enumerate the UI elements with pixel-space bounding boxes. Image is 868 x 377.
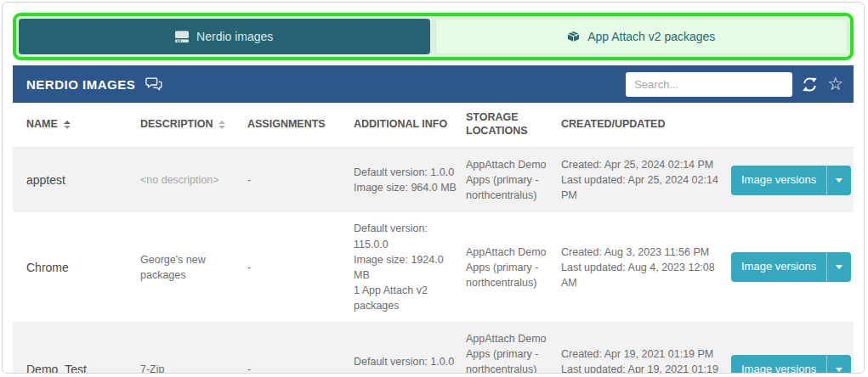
storage-locations: AppAttach Demo Apps (primary - northcent… — [466, 236, 561, 299]
image-assignments: - — [247, 251, 354, 284]
column-header-description[interactable]: DESCRIPTION — [140, 118, 247, 132]
column-header-additional-info: ADDITIONAL INFO — [354, 118, 466, 132]
image-versions-button[interactable]: Image versions — [731, 355, 851, 374]
images-icon — [175, 31, 189, 42]
star-icon[interactable]: ☆ — [827, 75, 843, 93]
table-row: Chrome George's new packages - Default v… — [13, 211, 854, 322]
tab-label: Nerdio images — [196, 30, 273, 43]
image-description: 7-Zip — [140, 353, 247, 374]
image-name: apptest — [13, 163, 140, 197]
column-header-storage-locations: STORAGE LOCATIONS — [466, 111, 561, 138]
table-row: apptest <no description> - Default versi… — [13, 148, 854, 211]
additional-info: Default version: 1.0.0 Image size: 964.0… — [354, 156, 466, 204]
image-description: <no description> — [140, 174, 218, 186]
search-box — [626, 72, 792, 97]
column-header-created-updated: CREATED/UPDATED — [561, 118, 731, 132]
column-header-name[interactable]: NAME — [13, 118, 140, 132]
sort-icon — [64, 121, 71, 129]
created-updated: Created: Apr 25, 2024 02:14 PM Last upda… — [561, 149, 731, 211]
caret-down-icon[interactable] — [826, 355, 851, 374]
search-input[interactable] — [626, 72, 792, 97]
tabs-highlight: Nerdio images App Attach v2 packages — [13, 13, 854, 60]
sort-icon — [218, 121, 225, 129]
table-header-row: NAME DESCRIPTION ASSIGNMENTS ADDITIONAL … — [13, 103, 854, 148]
package-icon — [567, 31, 580, 42]
created-updated: Created: Aug 3, 2023 11:56 PM Last updat… — [561, 236, 731, 299]
additional-info: Default version: 1.0.0 Image size: 36.0 … — [354, 346, 466, 374]
caret-down-icon[interactable] — [826, 166, 851, 195]
created-updated: Created: Apr 19, 2021 01:19 PM Last upda… — [561, 338, 731, 374]
column-header-assignments: ASSIGNMENTS — [247, 118, 354, 132]
image-versions-button[interactable]: Image versions — [731, 166, 851, 195]
tab-nerdio-images[interactable]: Nerdio images — [19, 19, 430, 54]
additional-info: Default version: 115.0.0 Image size: 192… — [354, 212, 466, 322]
storage-locations: AppAttach Demo Apps (primary - northcent… — [466, 323, 561, 374]
tab-app-attach-v2-packages[interactable]: App Attach v2 packages — [435, 19, 848, 54]
comments-icon[interactable] — [145, 77, 162, 91]
table-row: Demo_Test 7-Zip - Default version: 1.0.0… — [13, 322, 854, 374]
app-window: Nerdio images App Attach v2 packages NER… — [2, 2, 865, 374]
caret-down-icon[interactable] — [826, 252, 851, 282]
image-description: George's new packages — [140, 244, 247, 291]
page-title: NERDIO IMAGES — [26, 77, 135, 92]
refresh-icon[interactable] — [802, 77, 818, 92]
image-versions-button[interactable]: Image versions — [731, 252, 851, 282]
image-assignments: - — [247, 353, 354, 374]
panel-header: NERDIO IMAGES ☆ — [13, 65, 854, 103]
tab-label: App Attach v2 packages — [587, 30, 715, 43]
image-assignments: - — [247, 164, 354, 196]
image-name: Demo_Test — [13, 352, 140, 374]
image-name: Chrome — [13, 250, 140, 284]
storage-locations: AppAttach Demo Apps (primary - northcent… — [466, 149, 561, 211]
